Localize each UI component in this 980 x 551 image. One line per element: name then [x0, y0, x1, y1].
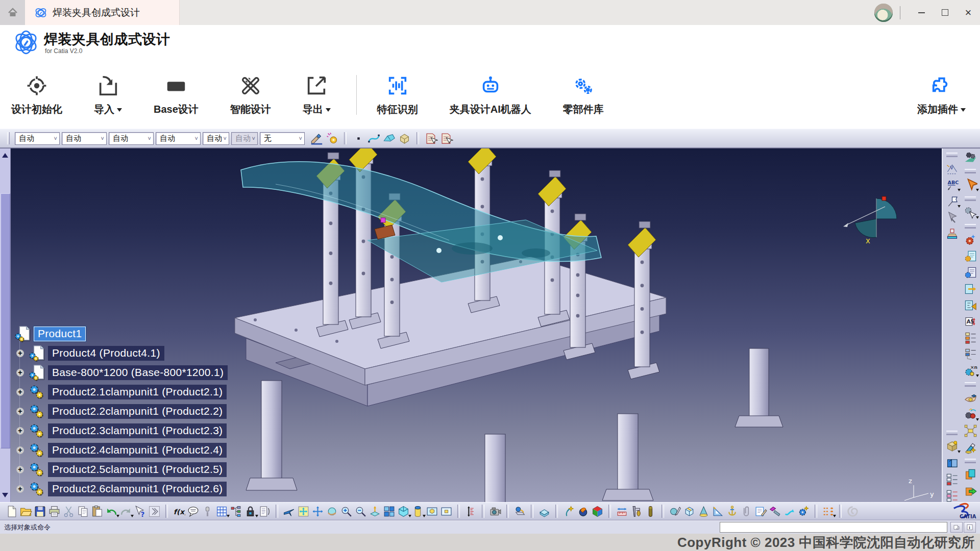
gear-pointer-icon[interactable]	[964, 206, 977, 219]
catalog-box-icon[interactable]	[945, 440, 959, 454]
expander-plus-icon[interactable]: +	[16, 388, 24, 396]
toolbar-spacer[interactable]	[952, 243, 952, 426]
format-combo[interactable]: 自动˅	[203, 132, 229, 145]
iso-cube-icon[interactable]	[397, 505, 410, 518]
named-view-a-icon[interactable]	[426, 505, 438, 518]
tree-item-label[interactable]: Product2.3clampunit1 (Product2.3)	[48, 423, 227, 438]
format-combo[interactable]: 自动˅	[62, 132, 107, 145]
ruler-axis-icon[interactable]	[464, 505, 477, 518]
tree-item-label[interactable]: Product2.5clampunit1 (Product2.5)	[48, 462, 227, 477]
tree-list-b-icon[interactable]	[945, 489, 959, 503]
tree-item-label[interactable]: Product2.4clampunit1 (Product2.4)	[48, 443, 227, 458]
ribbon-item[interactable]: 设计初始化	[11, 74, 62, 116]
spider-frame-icon[interactable]	[964, 424, 977, 438]
save-icon[interactable]	[34, 505, 46, 518]
tree-item[interactable]: + Base-800*1200 (Base-800*1200.1)	[13, 363, 238, 382]
undo-icon[interactable]	[105, 505, 118, 518]
tree-item[interactable]: + Product2.5clampunit1 (Product2.5)	[13, 460, 238, 479]
frame-pen-icon[interactable]	[754, 505, 767, 518]
gear-star-icon[interactable]	[797, 505, 810, 518]
tree-item[interactable]: + Product2.3clampunit1 (Product2.3)	[13, 421, 238, 440]
ribbon-item[interactable]: 零部件库	[563, 74, 604, 116]
ribbon-item[interactable]: 导入	[94, 74, 122, 116]
minimize-button[interactable]	[910, 0, 933, 25]
chevron-right-icon[interactable]	[148, 505, 161, 518]
new-doc-icon[interactable]	[5, 505, 18, 518]
fire-sphere-icon[interactable]	[577, 505, 590, 518]
toolbar-grip[interactable]	[965, 224, 976, 229]
gear-xn-icon[interactable]: ×n	[964, 364, 977, 378]
zoom-in-icon[interactable]	[340, 505, 353, 518]
zoom-out-icon[interactable]	[354, 505, 367, 518]
bubble-icon[interactable]	[187, 505, 200, 518]
tree-item[interactable]: + Product2.6clampunit1 (Product2.6)	[13, 479, 238, 498]
maximize-button[interactable]	[933, 0, 957, 25]
toolbar-separator[interactable]	[344, 132, 347, 144]
gears-pair-icon[interactable]	[964, 151, 977, 164]
tree-red-icon[interactable]	[964, 331, 977, 345]
gear-doc-cyan-icon[interactable]	[964, 249, 977, 263]
expander-plus-icon[interactable]: +	[16, 446, 24, 454]
dialog-toggle-button[interactable]	[950, 522, 963, 533]
help-pointer-icon[interactable]: ?	[134, 505, 146, 518]
expander-plus-icon[interactable]: +	[16, 466, 24, 473]
catalog-browse-icon[interactable]	[424, 132, 438, 145]
copy-green-icon[interactable]	[964, 484, 977, 498]
close-button[interactable]: ×	[957, 0, 980, 25]
sphere-box-icon[interactable]	[513, 505, 526, 518]
normal-view-icon[interactable]	[369, 505, 381, 518]
knob-icon[interactable]	[201, 505, 214, 518]
named-view-b-icon[interactable]	[440, 505, 453, 518]
info-button[interactable]: i	[964, 522, 976, 533]
toolbar-grip[interactable]	[965, 196, 976, 201]
home-button[interactable]	[0, 0, 25, 25]
screwdriver-icon[interactable]	[769, 505, 781, 518]
box3d-icon[interactable]	[683, 505, 696, 518]
gear-bug-icon[interactable]	[964, 408, 977, 421]
lock-icon[interactable]	[244, 505, 257, 518]
ribbon-item[interactable]: 智能设计	[230, 74, 271, 116]
export-tree-icon[interactable]	[964, 298, 977, 312]
tree-item-label[interactable]: Product2.1clampunit1 (Product2.1)	[48, 385, 227, 399]
pen-star-icon[interactable]	[964, 440, 977, 454]
capsule-icon[interactable]	[644, 505, 657, 518]
expander-plus-icon[interactable]: +	[16, 427, 24, 435]
open-folder-icon[interactable]	[19, 505, 32, 518]
tree-item[interactable]: + Product2.2clampunit1 (Product2.2)	[13, 402, 238, 421]
stack-book-icon[interactable]	[538, 505, 551, 518]
compass-free-rotation-handle[interactable]	[882, 196, 886, 201]
tree-item-label[interactable]: Product4 (Product4.1)	[48, 346, 164, 361]
scroll-down-arrow[interactable]	[1, 492, 9, 500]
measure-between-icon[interactable]	[616, 505, 628, 518]
ribbon-item[interactable]: 夹具设计AI机器人	[450, 74, 531, 116]
point-dot-icon[interactable]	[352, 132, 365, 145]
toolbar-grip[interactable]	[965, 459, 976, 463]
star-wand-icon[interactable]	[562, 505, 575, 518]
toolbar-grip[interactable]	[946, 153, 958, 157]
pen-globe-icon[interactable]	[669, 505, 681, 518]
fly-icon[interactable]	[283, 505, 296, 518]
orange-grid-icon[interactable]	[822, 505, 835, 518]
format-combo[interactable]: 自动˅	[109, 132, 154, 145]
spray-can-icon[interactable]	[325, 132, 339, 145]
viewport-scrollbar[interactable]	[0, 148, 11, 503]
tree-item[interactable]: + Product2.4clampunit1 (Product2.4)	[13, 440, 238, 460]
ribbon-item[interactable]: 导出	[303, 74, 331, 116]
swap-a5-icon[interactable]: A5	[964, 315, 977, 329]
format-combo[interactable]: 自动˅	[231, 132, 258, 145]
user-avatar[interactable]	[874, 4, 893, 22]
export-arrow-icon[interactable]	[964, 282, 977, 296]
format-combo[interactable]: 无˅	[260, 132, 305, 145]
tree-item-label[interactable]: Product1	[34, 327, 86, 341]
cone-icon[interactable]	[697, 505, 710, 518]
print-icon[interactable]	[48, 505, 61, 518]
tree-list-a-icon[interactable]	[945, 472, 959, 486]
abc-note-icon[interactable]: ABC	[945, 178, 959, 192]
gray-pointer-icon[interactable]	[945, 211, 959, 224]
toolbar-grip[interactable]	[965, 382, 976, 387]
toolbar-grip[interactable]	[946, 431, 958, 435]
ribbon-item[interactable]: 特征识别	[377, 74, 418, 116]
camera-icon[interactable]	[489, 505, 502, 518]
tree-item-label[interactable]: Product2.2clampunit1 (Product2.2)	[48, 404, 227, 419]
tree-item-label[interactable]: Base-800*1200 (Base-800*1200.1)	[48, 365, 228, 380]
